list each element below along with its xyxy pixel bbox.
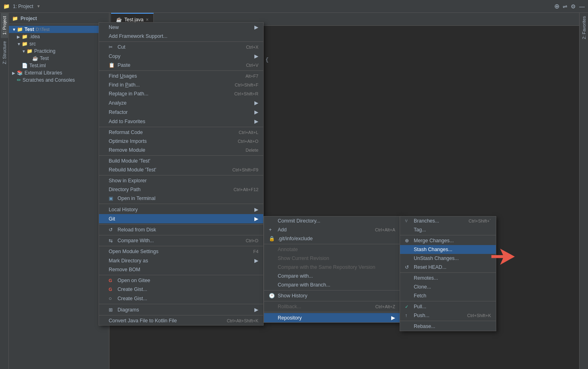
cm-optimize[interactable]: Optimize Imports Ctrl+Alt+O (99, 137, 263, 146)
sm-sep-3 (264, 301, 400, 301)
sm-remotes[interactable]: Remotes... (400, 274, 496, 282)
dropdown-icon[interactable]: ▼ (37, 4, 41, 8)
settings-icon[interactable]: ⚙ (571, 3, 576, 10)
cm-replace-path[interactable]: Replace in Path... Ctrl+Shift+R (99, 89, 263, 98)
cm-add-favorites[interactable]: Add to Favorites ▶ (99, 117, 263, 126)
right-side-tabs: 2: Favorites (579, 13, 588, 369)
sm-reset-head[interactable]: ↺ Reset HEAD... (400, 263, 496, 272)
cm-new[interactable]: New ▶ (99, 23, 263, 32)
left-side-tabs: 1: Project Z: Structure (0, 13, 9, 369)
cm-dir-path[interactable]: Directory Path Ctrl+Alt+F12 (99, 185, 263, 194)
panel-header: 📁 Project (9, 13, 109, 24)
sm-sep-1 (264, 244, 400, 244)
context-menu: New ▶ Add Framework Support... ✂ Cut Ctr… (99, 22, 264, 326)
cm-analyze[interactable]: Analyze ▶ (99, 98, 263, 107)
cm-sep-3 (99, 127, 263, 127)
globe-icon[interactable]: ⊕ (554, 2, 559, 10)
cm-convert-kotlin[interactable]: Convert Java File to Kotlin File Ctrl+Al… (99, 316, 263, 325)
cm-build[interactable]: Build Module 'Test' (99, 157, 263, 165)
cm-mark-dir[interactable]: Mark Directory as ▶ (99, 256, 263, 265)
sm-clone[interactable]: Clone... (400, 282, 496, 291)
git-submenu: Commit Directory... + Add Ctrl+Alt+A 🔒 .… (264, 216, 400, 323)
sm-merge[interactable]: ⊕ Merge Changes... (400, 236, 496, 245)
cm-create-gist-github[interactable]: ○ Create Gist... (99, 294, 263, 303)
structure-tab[interactable]: Z: Structure (1, 38, 8, 67)
tree-test-java[interactable]: ☕ Test (9, 55, 109, 62)
sm-repo-sep-3 (400, 301, 496, 301)
cm-sep-7 (99, 224, 263, 225)
cm-git[interactable]: Git ▶ (99, 214, 263, 223)
tree-root[interactable]: ▼ 📁 Test D:\Test (9, 26, 109, 33)
favorites-tab[interactable]: 2: Favorites (580, 13, 588, 42)
sm-repo-sep-2 (400, 272, 496, 273)
sm-show-history[interactable]: 🕐 Show History (264, 291, 400, 300)
sm-repo-sep-1 (400, 235, 496, 235)
project-tab[interactable]: 1: Project (1, 13, 8, 38)
cm-reformat[interactable]: Reformat Code Ctrl+Alt+L (99, 128, 263, 137)
sm-sep-4 (264, 312, 400, 312)
sm-fetch[interactable]: Fetch (400, 291, 496, 300)
tree-src[interactable]: ▼ 📁 src (9, 40, 109, 47)
cm-paste[interactable]: 📋 Paste Ctrl+V (99, 61, 263, 70)
sm-branches[interactable]: ⑂ Branches... Ctrl+Shift+` (400, 216, 496, 225)
sm-rollback: Rollback... Ctrl+Alt+Z (264, 302, 400, 311)
cm-sep-6 (99, 204, 263, 204)
sm-push[interactable]: ↑ Push... Ctrl+Shift+K (400, 311, 496, 320)
cm-compare[interactable]: ⇆ Compare With... Ctrl+D (99, 236, 263, 245)
project-label: 1: Project (13, 4, 33, 9)
top-toolbar: 📁 1: Project ▼ ⊕ ⇌ ⚙ — (0, 0, 588, 13)
sm-gitinfo[interactable]: 🔒 .git/info/exclude (264, 234, 400, 243)
sm-rebase[interactable]: Rebase... (400, 322, 496, 331)
folder-icon: 📁 (12, 16, 18, 21)
cm-open-gitee[interactable]: G Open on Gitee (99, 276, 263, 285)
cm-reload[interactable]: ↺ Reload from Disk (99, 225, 263, 234)
red-arrow-indicator (491, 249, 515, 265)
sm-pull[interactable]: ✓ Pull... (400, 302, 496, 311)
sm-stash[interactable]: Stash Changes... (400, 245, 496, 254)
sm-annotate: Annotate (264, 245, 400, 254)
project-panel: 📁 Project ▼ 📁 Test D:\Test ▶ 📁 .idea (9, 13, 109, 369)
cm-sep-8 (99, 235, 263, 235)
cm-add-framework[interactable]: Add Framework Support... (99, 32, 263, 41)
sm-compare-with[interactable]: Compare with... (264, 272, 400, 280)
cm-module-settings[interactable]: Open Module Settings F4 (99, 247, 263, 256)
cm-refactor[interactable]: Refactor ▶ (99, 107, 263, 117)
cm-sep-12 (99, 315, 263, 315)
cm-local-history[interactable]: Local History ▶ (99, 205, 263, 214)
sm-compare-same: Compare with the Same Repository Version (264, 263, 400, 272)
cm-remove-module[interactable]: Remove Module Delete (99, 146, 263, 155)
cm-copy[interactable]: Copy ▶ (99, 52, 263, 61)
cm-find-path[interactable]: Find in Path... Ctrl+Shift+F (99, 80, 263, 89)
sm-tag[interactable]: Tag... (400, 225, 496, 234)
sm-commit-dir[interactable]: Commit Directory... (264, 216, 400, 225)
tree-idea[interactable]: ▶ 📁 .idea (9, 33, 109, 40)
sm-repository[interactable]: Repository ▶ (264, 313, 400, 322)
project-tree: ▼ 📁 Test D:\Test ▶ 📁 .idea ▼ 📁 src (9, 24, 109, 369)
project-folder-icon: 📁 (3, 3, 10, 9)
tree-practicing[interactable]: ▼ 📁 Practicing (9, 47, 109, 55)
cm-find-usages[interactable]: Find Usages Alt+F7 (99, 72, 263, 80)
cm-sep-4 (99, 155, 263, 156)
tree-test-iml[interactable]: 📄 Test.iml (9, 62, 109, 69)
tree-scratches[interactable]: ✏ Scratches and Consoles (9, 76, 109, 84)
repo-submenu: ⑂ Branches... Ctrl+Shift+` Tag... ⊕ Merg… (400, 216, 496, 331)
cm-remove-bom[interactable]: Remove BOM (99, 265, 263, 274)
cm-cut[interactable]: ✂ Cut Ctrl+X (99, 43, 263, 52)
split-icon[interactable]: ⇌ (563, 3, 567, 10)
tab-close-icon[interactable]: × (146, 17, 149, 23)
java-file-icon: ☕ (116, 17, 122, 23)
cm-sep-1 (99, 41, 263, 42)
sm-add[interactable]: + Add Ctrl+Alt+A (264, 225, 400, 234)
minimize-icon[interactable]: — (579, 3, 585, 10)
sm-compare-branch[interactable]: Compare with Branch... (264, 280, 400, 289)
cm-show-explorer[interactable]: Show in Explorer (99, 176, 263, 185)
cm-diagrams[interactable]: ⊞ Diagrams ▶ (99, 305, 263, 314)
tree-ext-libs[interactable]: ▶ 📚 External Libraries (9, 69, 109, 76)
cm-sep-5 (99, 175, 263, 175)
sm-unstash[interactable]: UnStash Changes... (400, 254, 496, 263)
cm-sep-10 (99, 275, 263, 275)
cm-create-gist-gitee[interactable]: G Create Gist... (99, 285, 263, 294)
cm-rebuild[interactable]: Rebuild Module 'Test' Ctrl+Shift+F9 (99, 165, 263, 174)
cm-open-terminal[interactable]: ▣ Open in Terminal (99, 194, 263, 203)
svg-marker-0 (491, 249, 515, 265)
